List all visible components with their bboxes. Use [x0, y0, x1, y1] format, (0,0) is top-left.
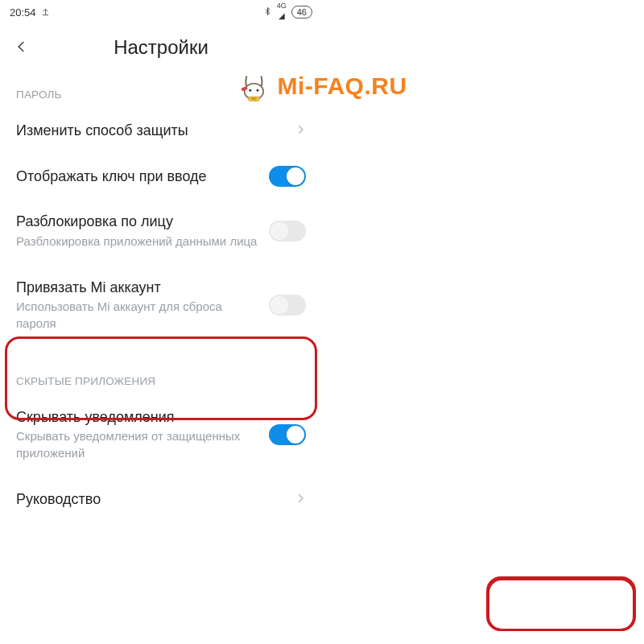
watermark-text: Mi-FAQ.RU — [277, 72, 407, 100]
upload-icon — [41, 6, 50, 19]
network-label: 4G ◢ — [277, 5, 287, 20]
row-label: Скрывать уведомления — [16, 408, 261, 427]
svg-text:FAQ: FAQ — [251, 97, 257, 101]
svg-point-2 — [257, 89, 259, 92]
chevron-right-icon — [295, 493, 306, 507]
row-face-unlock[interactable]: Разблокировка по лицу Разблокировка прил… — [0, 200, 322, 262]
app-bar: Настройки — [0, 24, 322, 71]
chevron-right-icon — [295, 124, 306, 138]
page-title: Настройки — [31, 36, 308, 59]
toggle-hide-notifications[interactable] — [269, 424, 306, 445]
row-label: Разблокировка по лицу — [16, 213, 261, 231]
annotation-highlight-confirm — [487, 578, 635, 631]
row-bind-mi-account[interactable]: Привязать Mi аккаунт Использовать Mi акк… — [0, 262, 322, 348]
back-icon[interactable] — [14, 39, 31, 56]
row-hide-notifications[interactable]: Скрывать уведомления Скрывать уведомлени… — [0, 395, 322, 474]
row-change-method[interactable]: Изменить способ защиты — [0, 109, 322, 153]
section-label-hidden-apps: СКРЫТЫЕ ПРИЛОЖЕНИЯ — [0, 348, 322, 395]
row-label: Руководство — [16, 490, 287, 509]
row-guide[interactable]: Руководство — [0, 474, 322, 522]
watermark: FAQ Mi-FAQ.RU — [237, 69, 407, 103]
status-bar: 20:54 4G ◢ 46 — [0, 0, 322, 24]
status-time: 20:54 — [10, 6, 36, 19]
bluetooth-icon — [263, 6, 272, 19]
row-label: Отображать ключ при вводе — [16, 167, 261, 186]
row-sublabel: Разблокировка приложений данными лица — [16, 233, 261, 250]
toggle-show-key[interactable] — [269, 166, 306, 187]
row-show-key[interactable]: Отображать ключ при вводе — [0, 153, 322, 200]
mi-bunny-icon: FAQ — [237, 69, 270, 103]
toggle-bind-mi[interactable] — [269, 295, 306, 316]
row-label: Изменить способ защиты — [16, 122, 287, 140]
row-sublabel: Скрывать уведомления от защищенных прило… — [16, 428, 261, 461]
battery-level: 46 — [291, 6, 312, 19]
toggle-face-unlock[interactable] — [269, 221, 306, 242]
row-sublabel: Использовать Mi аккаунт для сброса парол… — [16, 299, 261, 332]
svg-point-1 — [249, 89, 251, 92]
row-label: Привязать Mi аккаунт — [16, 279, 261, 297]
annotation-highlight-confirm-overlay — [486, 576, 636, 631]
